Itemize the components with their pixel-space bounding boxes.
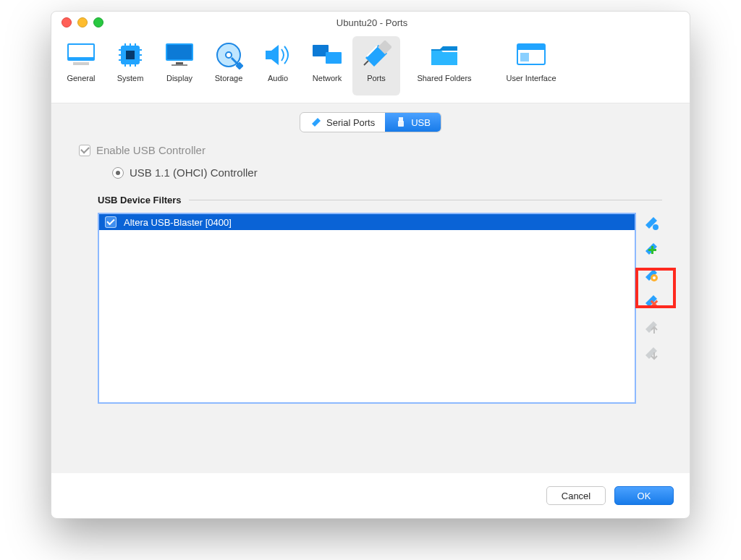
move-filter-up-button (643, 318, 660, 336)
toolbar-display[interactable]: Display (156, 36, 203, 96)
toolbar-user-interface[interactable]: User Interface (488, 36, 574, 96)
titlebar: Ubuntu20 - Ports (51, 12, 690, 30)
radio-label: USB 1.1 (OHCI) Controller (130, 166, 258, 179)
toolbar-label: Storage (215, 74, 243, 82)
window-title: Ubuntu20 - Ports (103, 17, 640, 28)
display-icon (164, 39, 195, 71)
svg-rect-20 (172, 64, 187, 66)
toolbar-label: User Interface (506, 74, 556, 82)
minimize-window-button[interactable] (77, 17, 88, 27)
close-window-button[interactable] (62, 17, 72, 27)
divider (189, 200, 662, 200)
speaker-icon (262, 39, 294, 71)
svg-rect-25 (326, 52, 342, 64)
add-from-device-button[interactable] (643, 240, 660, 258)
filters-legend: USB Device Filters (98, 195, 662, 205)
zoom-window-button[interactable] (93, 17, 103, 27)
toolbar-label: Shared Folders (417, 74, 471, 82)
ports-icon (360, 39, 392, 71)
svg-line-27 (364, 61, 368, 65)
usb-plug-up-icon (643, 319, 659, 335)
monitor-icon (65, 39, 97, 71)
tab-label: Serial Ports (326, 117, 375, 128)
disk-icon (213, 39, 245, 71)
add-empty-filter-button[interactable] (643, 214, 660, 232)
svg-rect-35 (648, 249, 656, 251)
toolbar-general[interactable]: General (57, 36, 105, 96)
tab-usb[interactable]: USB (385, 113, 441, 132)
folder-icon (428, 39, 460, 71)
svg-rect-1 (69, 45, 93, 57)
svg-rect-29 (517, 44, 545, 50)
network-icon (311, 39, 343, 71)
checkbox-icon (79, 145, 90, 156)
toolbar-label: Audio (268, 74, 288, 82)
toolbar-network[interactable]: Network (303, 36, 351, 96)
toolbar-audio[interactable]: Audio (254, 36, 302, 96)
ui-icon (515, 39, 547, 71)
tab-label: USB (411, 117, 431, 128)
dialog-buttons: Cancel OK (51, 473, 690, 518)
filter-label: Altera USB-Blaster [0400] (124, 217, 232, 228)
radio-icon (112, 167, 124, 179)
svg-rect-32 (398, 121, 404, 127)
settings-window: Ubuntu20 - Ports General System Display (51, 11, 690, 519)
toolbar-label: General (67, 74, 95, 82)
usb-1-1-radio[interactable]: USB 1.1 (OHCI) Controller (112, 166, 662, 179)
svg-point-33 (653, 224, 659, 230)
serial-port-icon (310, 116, 322, 128)
usb-plug-add-icon (643, 241, 659, 257)
settings-body: Serial Ports USB Enable USB Controller U… (51, 103, 690, 473)
section-toolbar: General System Display Storage Audio (51, 30, 690, 103)
svg-rect-30 (520, 53, 529, 61)
enable-usb-controller-checkbox[interactable]: Enable USB Controller (79, 144, 662, 156)
svg-rect-4 (126, 51, 135, 59)
ok-button[interactable]: OK (614, 486, 674, 505)
cancel-button[interactable]: Cancel (546, 486, 606, 505)
toolbar-label: Network (313, 74, 342, 82)
annotation-highlight (635, 268, 676, 308)
usb-icon (395, 116, 407, 128)
toolbar-label: Ports (367, 74, 386, 82)
toolbar-label: System (117, 74, 144, 82)
svg-point-22 (226, 52, 232, 58)
group-title: USB Device Filters (98, 195, 182, 205)
filter-side-buttons (640, 213, 662, 404)
chip-icon (114, 39, 146, 71)
usb-plug-down-icon (643, 345, 659, 361)
toolbar-label: Display (166, 74, 192, 82)
checkbox-label: Enable USB Controller (96, 144, 206, 156)
usb-plug-new-icon (643, 215, 659, 231)
filter-row[interactable]: Altera USB-Blaster [0400] (99, 214, 635, 230)
usb-filters-list[interactable]: Altera USB-Blaster [0400] (98, 213, 636, 404)
move-filter-down-button (643, 344, 660, 362)
toolbar-ports[interactable]: Ports (352, 36, 400, 96)
svg-rect-18 (167, 45, 192, 59)
svg-rect-19 (176, 62, 183, 64)
sub-tabs: Serial Ports USB (64, 112, 677, 132)
tab-serial-ports[interactable]: Serial Ports (300, 113, 385, 132)
svg-rect-2 (73, 62, 89, 65)
toolbar-storage[interactable]: Storage (205, 36, 253, 96)
toolbar-system[interactable]: System (106, 36, 154, 96)
filter-checkbox[interactable] (105, 216, 117, 228)
toolbar-shared-folders[interactable]: Shared Folders (402, 36, 487, 96)
